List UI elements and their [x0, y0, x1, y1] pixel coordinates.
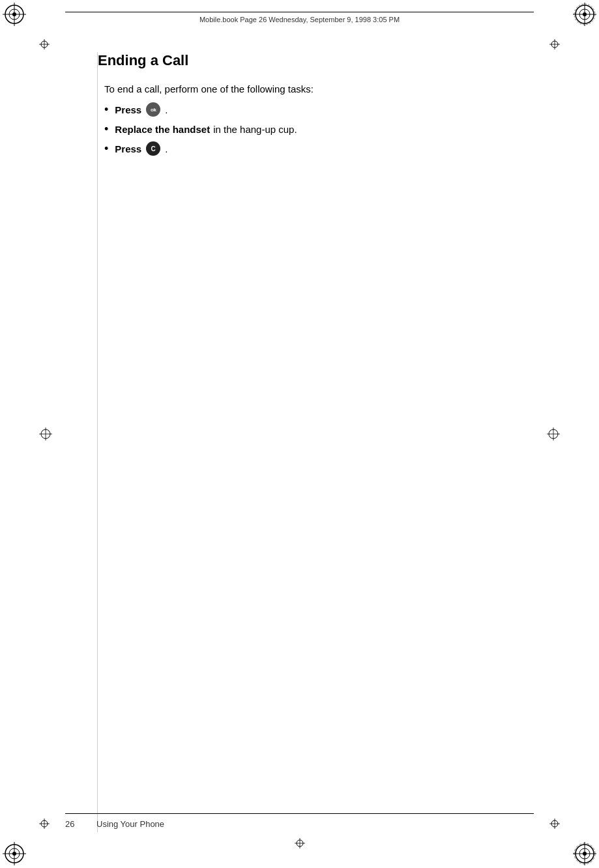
bullet-text-3: Press C . [115, 141, 168, 156]
bottom-mid-left-crosshair-icon [39, 818, 50, 829]
corner-br-icon [573, 842, 596, 865]
c-button-icon: C [146, 141, 160, 156]
period-3: . [165, 143, 168, 154]
bullet-char: • [104, 143, 108, 154]
ok-button-icon: ok [146, 102, 160, 117]
bottom-center-crosshair-icon [295, 838, 305, 848]
corner-tr-icon [573, 3, 596, 26]
replace-handset-label: Replace the handset [115, 124, 210, 135]
press-label-1: Press [115, 104, 141, 115]
header-text: Mobile.book Page 26 Wednesday, September… [199, 16, 400, 23]
corner-tl-icon [3, 3, 26, 26]
period-1: . [165, 104, 168, 115]
bullet-text-1: Press ok . [115, 102, 168, 117]
hangup-text: in the hang-up cup. [213, 124, 297, 135]
list-item: • Press C . [104, 141, 534, 156]
mid-right-crosshair-icon [547, 427, 560, 441]
footer-bar: 26 Using Your Phone [65, 813, 534, 829]
header-bar: Mobile.book Page 26 Wednesday, September… [65, 12, 534, 26]
content-area: Ending a Call To end a call, perform one… [98, 52, 534, 803]
footer-page-number: 26 [65, 819, 91, 829]
page-container: Mobile.book Page 26 Wednesday, September… [0, 0, 599, 868]
top-mid-left-crosshair-icon [39, 39, 50, 50]
bullet-list: • Press ok . • Replace the handset in th… [104, 102, 534, 156]
bullet-text-2: Replace the handset in the hang-up cup. [115, 124, 297, 135]
press-label-2: Press [115, 143, 141, 154]
corner-bl-icon [3, 842, 26, 865]
list-item: • Press ok . [104, 102, 534, 117]
footer-title: Using Your Phone [96, 819, 164, 829]
list-item: • Replace the handset in the hang-up cup… [104, 123, 534, 135]
intro-text: To end a call, perform one of the follow… [104, 83, 534, 94]
page-heading: Ending a Call [98, 52, 534, 69]
bottom-mid-right-crosshair-icon [549, 818, 560, 829]
mid-left-crosshair-icon [39, 427, 52, 441]
bullet-char: • [104, 123, 108, 135]
bullet-char: • [104, 104, 108, 115]
top-mid-right-crosshair-icon [549, 39, 560, 50]
